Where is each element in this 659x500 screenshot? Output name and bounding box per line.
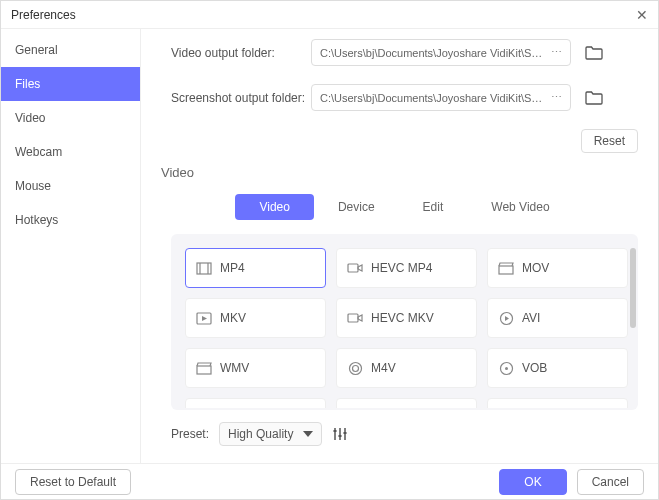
svg-rect-19: [334, 430, 337, 432]
preset-label: Preset:: [171, 427, 209, 441]
reset-paths-button[interactable]: Reset: [581, 129, 638, 153]
content: Video output folder: C:\Users\bj\Documen…: [141, 29, 658, 463]
format-option-mkv[interactable]: MKV: [185, 298, 326, 338]
sidebar-item-mouse[interactable]: Mouse: [1, 169, 140, 203]
play-circ-icon: [498, 311, 514, 325]
format-label: MOV: [522, 261, 549, 275]
sidebar-item-general[interactable]: General: [1, 33, 140, 67]
video-section-title: Video: [161, 165, 638, 180]
tab-web-video[interactable]: Web Video: [467, 194, 573, 220]
svg-rect-6: [348, 314, 358, 322]
clap-icon: [196, 361, 212, 375]
sidebar-item-hotkeys[interactable]: Hotkeys: [1, 203, 140, 237]
chevron-down-icon: [303, 431, 313, 437]
video-output-label: Video output folder:: [171, 46, 311, 60]
reset-default-button[interactable]: Reset to Default: [15, 469, 131, 495]
format-option-wmv[interactable]: WMV: [185, 348, 326, 388]
clap-icon: [498, 261, 514, 275]
svg-rect-20: [339, 435, 342, 437]
ellipsis-icon[interactable]: ⋯: [551, 91, 562, 104]
cancel-button[interactable]: Cancel: [577, 469, 644, 495]
window-title: Preferences: [11, 8, 76, 22]
folder-icon: [585, 90, 603, 105]
format-panel: MP4HEVC MP4MOVMKVHEVC MKVAVIWMVM4VVOBAV1…: [171, 234, 638, 410]
format-option-mp4[interactable]: MP4: [185, 248, 326, 288]
footer: Reset to Default OK Cancel: [1, 463, 658, 499]
format-option-vob[interactable]: VOB: [487, 348, 628, 388]
sidebar: General Files Video Webcam Mouse Hotkeys: [1, 29, 141, 463]
format-label: HEVC MKV: [371, 311, 434, 325]
screenshot-output-value: C:\Users\bj\Documents\Joyoshare VidiKit\…: [320, 92, 547, 104]
ellipsis-icon[interactable]: ⋯: [551, 46, 562, 59]
format-option-avi[interactable]: AVI: [487, 298, 628, 338]
equalizer-button[interactable]: [332, 427, 348, 441]
svg-rect-21: [344, 432, 347, 434]
sidebar-item-video[interactable]: Video: [1, 101, 140, 135]
video-output-value: C:\Users\bj\Documents\Joyoshare VidiKit\…: [320, 47, 547, 59]
target-icon: [347, 361, 363, 375]
screenshot-output-row: Screenshot output folder: C:\Users\bj\Do…: [171, 84, 638, 111]
svg-rect-8: [197, 366, 211, 374]
video-output-row: Video output folder: C:\Users\bj\Documen…: [171, 39, 638, 66]
play-rect-icon: [196, 311, 212, 325]
camera-icon: [347, 311, 363, 325]
format-label: HEVC MP4: [371, 261, 432, 275]
svg-rect-4: [499, 266, 513, 274]
format-option-hevc-mkv[interactable]: HEVC MKV: [336, 298, 477, 338]
screenshot-output-label: Screenshot output folder:: [171, 91, 311, 105]
screenshot-output-browse-button[interactable]: [585, 90, 603, 105]
preset-row: Preset: High Quality: [171, 422, 638, 446]
svg-point-12: [505, 367, 508, 370]
format-label: MKV: [220, 311, 246, 325]
format-label: M4V: [371, 361, 396, 375]
close-icon[interactable]: ✕: [636, 7, 648, 23]
format-label: AVI: [522, 311, 540, 325]
ok-button[interactable]: OK: [499, 469, 566, 495]
folder-icon: [585, 45, 603, 60]
format-option-av1-mp4[interactable]: AV1 MP4: [185, 398, 326, 408]
video-output-browse-button[interactable]: [585, 45, 603, 60]
film-icon: [196, 261, 212, 275]
tab-device[interactable]: Device: [314, 194, 399, 220]
sidebar-item-files[interactable]: Files: [1, 67, 140, 101]
format-option-mov[interactable]: MOV: [487, 248, 628, 288]
camera-icon: [347, 261, 363, 275]
svg-point-9: [349, 362, 361, 374]
footer-right: OK Cancel: [499, 469, 644, 495]
video-output-path[interactable]: C:\Users\bj\Documents\Joyoshare VidiKit\…: [311, 39, 571, 66]
format-option-mpeg[interactable]: MPEG: [487, 398, 628, 408]
main: General Files Video Webcam Mouse Hotkeys…: [1, 29, 658, 463]
screenshot-output-path[interactable]: C:\Users\bj\Documents\Joyoshare VidiKit\…: [311, 84, 571, 111]
format-option-hevc-mp4[interactable]: HEVC MP4: [336, 248, 477, 288]
svg-point-10: [352, 365, 358, 371]
sidebar-item-webcam[interactable]: Webcam: [1, 135, 140, 169]
format-option-av1-mkv[interactable]: AV1 MKV: [336, 398, 477, 408]
tab-video[interactable]: Video: [235, 194, 313, 220]
preset-value: High Quality: [228, 427, 293, 441]
svg-rect-0: [197, 263, 211, 274]
tab-edit[interactable]: Edit: [399, 194, 468, 220]
format-grid: MP4HEVC MP4MOVMKVHEVC MKVAVIWMVM4VVOBAV1…: [185, 248, 628, 408]
format-label: WMV: [220, 361, 249, 375]
disc-icon: [498, 361, 514, 375]
scrollbar[interactable]: [630, 248, 636, 328]
format-label: MP4: [220, 261, 245, 275]
format-tabs: Video Device Edit Web Video: [171, 194, 638, 220]
svg-rect-3: [348, 264, 358, 272]
titlebar: Preferences ✕: [1, 1, 658, 29]
equalizer-icon: [332, 427, 348, 441]
format-label: VOB: [522, 361, 547, 375]
format-option-m4v[interactable]: M4V: [336, 348, 477, 388]
preset-select[interactable]: High Quality: [219, 422, 322, 446]
